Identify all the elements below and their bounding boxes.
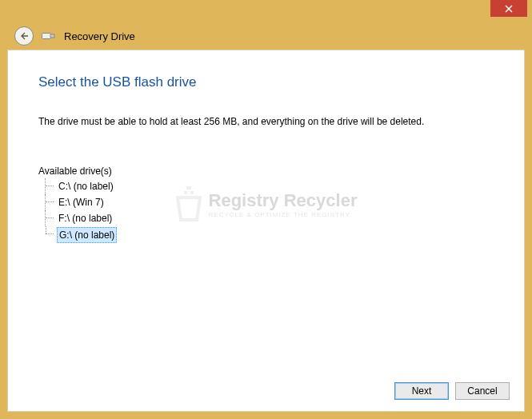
- window-title: Recovery Drive: [64, 30, 135, 42]
- recycler-icon: [175, 186, 202, 221]
- wizard-header: Recovery Drive: [14, 26, 518, 46]
- drives-list: C:\ (no label) E:\ (Win 7) F:\ (no label…: [45, 178, 119, 244]
- back-arrow-icon: [19, 31, 29, 41]
- button-bar: Next Cancel: [394, 382, 510, 400]
- svg-rect-2: [186, 186, 191, 190]
- instruction-text: The drive must be able to hold at least …: [38, 116, 494, 127]
- drive-item[interactable]: G:\ (no label): [45, 226, 119, 244]
- watermark-subtitle: Recycle & Optimize The Registry: [209, 211, 358, 218]
- page-heading: Select the USB flash drive: [38, 74, 196, 90]
- drive-item[interactable]: C:\ (no label): [45, 178, 119, 194]
- watermark-title: Registry Recycler: [209, 190, 358, 211]
- svg-rect-4: [190, 191, 194, 194]
- available-drives: Available drive(s) C:\ (no label) E:\ (W…: [38, 166, 119, 244]
- svg-rect-3: [184, 191, 187, 194]
- drive-icon: [42, 31, 56, 41]
- content-panel: Select the USB flash drive The drive mus…: [7, 50, 525, 412]
- svg-rect-1: [50, 34, 54, 38]
- cancel-button[interactable]: Cancel: [455, 382, 510, 400]
- watermark: Registry Recycler Recycle & Optimize The…: [175, 186, 358, 221]
- drives-label: Available drive(s): [38, 166, 119, 177]
- drive-item[interactable]: E:\ (Win 7): [45, 194, 119, 210]
- back-button[interactable]: [14, 26, 34, 46]
- svg-rect-0: [42, 34, 51, 39]
- next-button[interactable]: Next: [394, 382, 449, 400]
- drive-item[interactable]: F:\ (no label): [45, 210, 119, 226]
- close-icon: [505, 5, 513, 13]
- close-button[interactable]: [490, 0, 527, 17]
